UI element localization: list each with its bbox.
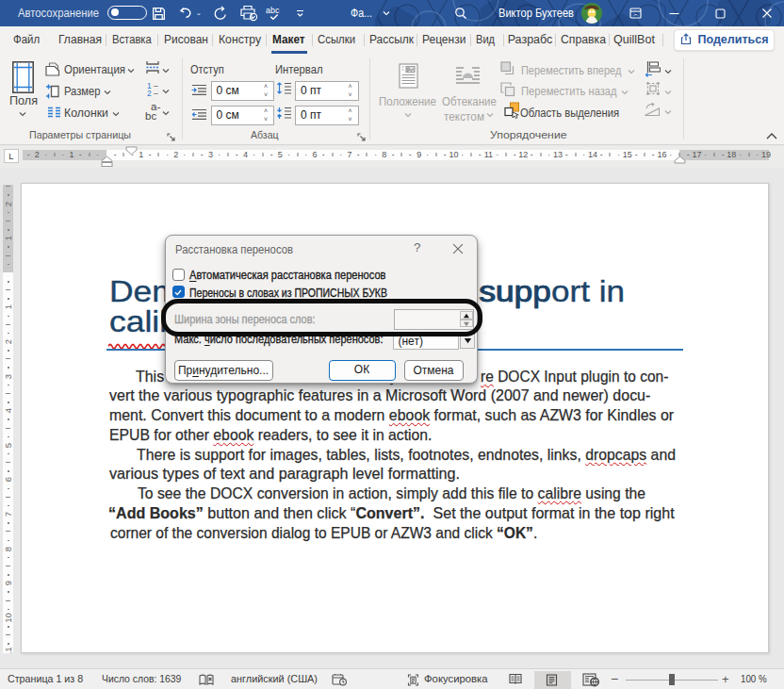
svg-text:abc: abc (266, 6, 280, 15)
